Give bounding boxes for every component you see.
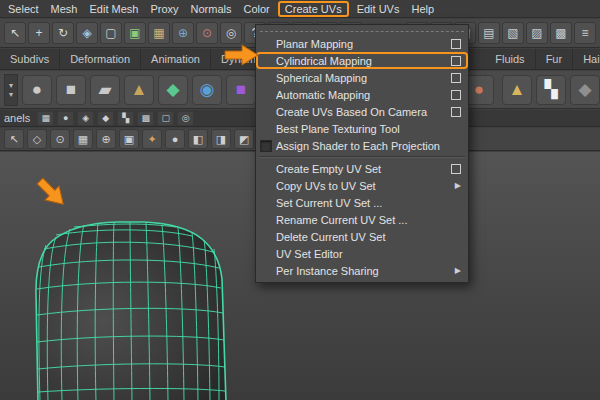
- option-box-icon[interactable]: [451, 56, 461, 66]
- menu-item-copy-uvs-to-uv-set[interactable]: Copy UVs to UV Set▶: [256, 177, 468, 194]
- paint-effects-icon[interactable]: ✦: [142, 129, 162, 149]
- menu-item-label: UV Set Editor: [276, 248, 461, 260]
- menu-item-label: Set Current UV Set ...: [276, 197, 461, 209]
- menu-item-create-uvs-based-on-camera[interactable]: Create UVs Based On Camera: [256, 103, 468, 120]
- resolution-gate-icon[interactable]: ▢: [157, 111, 174, 126]
- menu-item-automatic-mapping[interactable]: Automatic Mapping: [256, 86, 468, 103]
- option-box-icon[interactable]: [451, 107, 461, 117]
- menu-item-best-plane-texturing-tool[interactable]: Best Plane Texturing Tool: [256, 120, 468, 137]
- shelf-tab-deformation[interactable]: Deformation: [60, 49, 141, 69]
- menu-item-label: Rename Current UV Set ...: [276, 214, 461, 226]
- shaded-mode-icon[interactable]: ●: [57, 111, 74, 126]
- select-mode-icon[interactable]: ↖: [4, 129, 24, 149]
- layout-grid-icon[interactable]: ▩: [550, 22, 572, 44]
- snap-grid-icon[interactable]: ▢: [100, 22, 122, 44]
- menu-item-edit-mesh[interactable]: Edit Mesh: [83, 0, 144, 18]
- lasso-mode-icon[interactable]: ◇: [27, 129, 47, 149]
- submenu-arrow-icon: ▶: [455, 181, 461, 190]
- construction-history-icon[interactable]: ◎: [220, 22, 242, 44]
- snap-point-icon[interactable]: ▦: [148, 22, 170, 44]
- rotate-tool-icon[interactable]: ↻: [52, 22, 74, 44]
- layout-graph-icon[interactable]: ▨: [526, 22, 548, 44]
- torus-primitive-icon[interactable]: ◉: [192, 75, 222, 105]
- menu-item-help[interactable]: Help: [405, 0, 440, 18]
- layout-hypershade-icon[interactable]: ▤: [478, 22, 500, 44]
- cube-view-side-icon[interactable]: ◨: [211, 129, 231, 149]
- menu-item-planar-mapping[interactable]: Planar Mapping: [256, 35, 468, 52]
- menu-item-gutter: [260, 140, 276, 152]
- paint-select-icon[interactable]: ⊙: [50, 129, 70, 149]
- option-box-icon[interactable]: [451, 73, 461, 83]
- shelf-tab-animation[interactable]: Animation: [141, 49, 211, 69]
- cylinder-primitive-icon[interactable]: ▰: [90, 75, 120, 105]
- menu-item-cylindrical-mapping[interactable]: Cylindrical Mapping: [256, 52, 468, 69]
- menu-item-proxy[interactable]: Proxy: [144, 0, 184, 18]
- scale-tool-icon[interactable]: ◈: [76, 22, 98, 44]
- menu-item-per-instance-sharing[interactable]: Per Instance Sharing▶: [256, 262, 468, 279]
- purple-cube-tool-icon[interactable]: ■: [226, 75, 256, 105]
- cone-primitive-icon[interactable]: ▲: [124, 75, 154, 105]
- option-box-icon[interactable]: [451, 164, 461, 174]
- menu-item-assign-shader-to-each-projection[interactable]: Assign Shader to Each Projection: [256, 137, 468, 154]
- menu-item-label: Delete Current UV Set: [276, 231, 461, 243]
- layout-uv-editor-icon[interactable]: ▧: [502, 22, 524, 44]
- shelf-tab-selector[interactable]: ▾▾: [4, 74, 18, 106]
- cube-primitive-icon[interactable]: ■: [56, 75, 86, 105]
- cube-view-front-icon[interactable]: ◧: [188, 129, 208, 149]
- cube-view-persp-icon[interactable]: ◩: [234, 129, 254, 149]
- layout-list-icon[interactable]: ≡: [574, 22, 596, 44]
- menu-item-label: Best Plane Texturing Tool: [276, 123, 461, 135]
- menu-item-color[interactable]: Color: [237, 0, 275, 18]
- menu-item-create-empty-uv-set[interactable]: Create Empty UV Set: [256, 160, 468, 177]
- checker-flag-icon[interactable]: ▚: [536, 75, 566, 105]
- menu-item-label: Per Instance Sharing: [276, 265, 449, 277]
- cone-shelf-icon[interactable]: ▲: [502, 75, 532, 105]
- menu-tearoff-handle[interactable]: [260, 27, 464, 32]
- menu-item-label: Cylindrical Mapping: [276, 55, 445, 67]
- shelf-tab-hair[interactable]: Hair: [573, 49, 600, 69]
- snap-view-icon[interactable]: ⊕: [172, 22, 194, 44]
- xray-mode-icon[interactable]: ▚: [117, 111, 134, 126]
- menu-item-checkbox[interactable]: [260, 140, 272, 152]
- plane-primitive-icon[interactable]: ◆: [158, 75, 188, 105]
- move-tool-icon[interactable]: +: [28, 22, 50, 44]
- snap-curve-icon[interactable]: ▣: [124, 22, 146, 44]
- wireframe-mode-icon[interactable]: ▦: [37, 111, 54, 126]
- main-menu-bar: SelectMeshEdit MeshProxyNormalsColorCrea…: [0, 0, 600, 18]
- lighting-mode-icon[interactable]: ◆: [97, 111, 114, 126]
- menu-item-normals[interactable]: Normals: [185, 0, 238, 18]
- menu-item-rename-current-uv-set[interactable]: Rename Current UV Set ...: [256, 211, 468, 228]
- shelf-tab-subdivs[interactable]: Subdivs: [0, 49, 60, 69]
- option-box-icon[interactable]: [451, 90, 461, 100]
- menu-item-delete-current-uv-set[interactable]: Delete Current UV Set: [256, 228, 468, 245]
- menu-item-select[interactable]: Select: [2, 0, 45, 18]
- shelf-tab-fur[interactable]: Fur: [536, 49, 574, 69]
- isolate-select-icon[interactable]: ●: [165, 129, 185, 149]
- menu-item-label: Automatic Mapping: [276, 89, 445, 101]
- mesh-object[interactable]: [26, 177, 256, 400]
- menu-item-label: Copy UVs to UV Set: [276, 180, 449, 192]
- camera-attrs-icon[interactable]: ◎: [177, 111, 194, 126]
- platonic-shelf-icon[interactable]: ◆: [570, 75, 600, 105]
- menu-item-set-current-uv-set[interactable]: Set Current UV Set ...: [256, 194, 468, 211]
- menu-item-edit-uvs[interactable]: Edit UVs: [351, 0, 406, 18]
- grid-toggle-icon[interactable]: ▩: [137, 111, 154, 126]
- menu-item-mesh[interactable]: Mesh: [45, 0, 84, 18]
- grid-snap-icon[interactable]: ▦: [73, 129, 93, 149]
- sphere-primitive-icon[interactable]: ●: [22, 75, 52, 105]
- textured-mode-icon[interactable]: ◈: [77, 111, 94, 126]
- panels-menu-label[interactable]: anels: [3, 112, 34, 124]
- select-tool-icon[interactable]: ↖: [4, 22, 26, 44]
- shelf-tab-fluids[interactable]: Fluids: [485, 49, 535, 69]
- make-live-icon[interactable]: ⊙: [196, 22, 218, 44]
- create-uvs-menu: Planar MappingCylindrical MappingSpheric…: [255, 24, 469, 283]
- menu-item-spherical-mapping[interactable]: Spherical Mapping: [256, 69, 468, 86]
- submenu-arrow-icon: ▶: [455, 266, 461, 275]
- curve-snap-icon[interactable]: ⊕: [96, 129, 116, 149]
- point-snap-icon[interactable]: ▣: [119, 129, 139, 149]
- menu-item-label: Spherical Mapping: [276, 72, 445, 84]
- menu-item-create-uvs[interactable]: Create UVs: [278, 1, 349, 17]
- menu-item-label: Assign Shader to Each Projection: [276, 140, 461, 152]
- option-box-icon[interactable]: [451, 39, 461, 49]
- menu-item-uv-set-editor[interactable]: UV Set Editor: [256, 245, 468, 262]
